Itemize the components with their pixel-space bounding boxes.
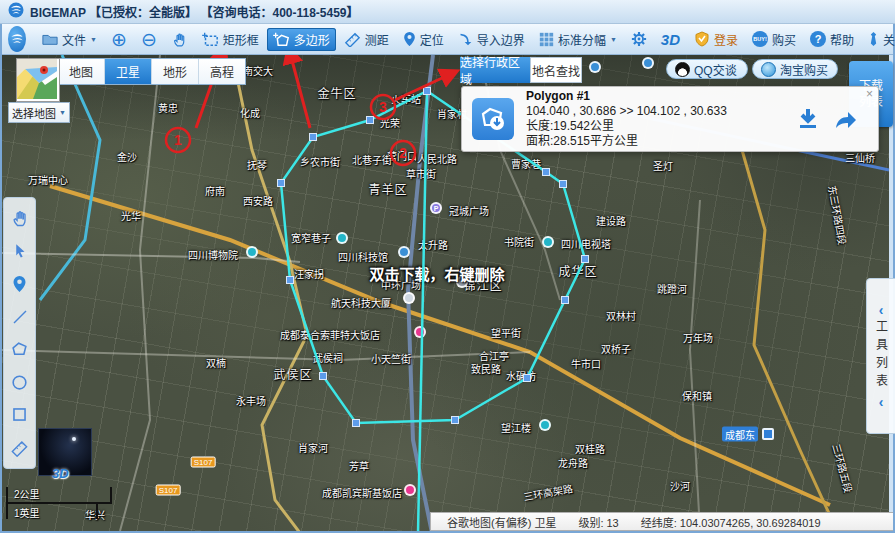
zoom-out-icon: ⊖: [141, 28, 157, 51]
status-map-source: 谷歌地图(有偏移) 卫星: [447, 514, 556, 530]
polygon-info-popup: Polygon #1 104.040 , 30.686 >> 104.102 ,…: [461, 86, 879, 152]
ruler-icon: [344, 32, 361, 47]
marker-tool[interactable]: [7, 271, 33, 297]
polygon-coords: 104.040 , 30.686 >> 104.102 , 30.633: [526, 104, 784, 119]
rectangle-select-icon: [202, 32, 219, 47]
taobao-buy-button[interactable]: 淘宝购买: [752, 59, 838, 79]
hand-icon: [171, 31, 188, 48]
tab-terrain[interactable]: 地形: [152, 59, 199, 84]
google-maps-thumbnail[interactable]: [16, 58, 60, 102]
settings-button[interactable]: [625, 28, 653, 50]
login-button[interactable]: 登录: [688, 28, 744, 51]
globe-highlight-dot: [72, 437, 76, 441]
pan-tool-button[interactable]: [165, 28, 194, 51]
download-icon[interactable]: [796, 108, 820, 130]
polygon-area: 面积:28.515平方公里: [526, 134, 784, 149]
rect-select-button[interactable]: 矩形框: [196, 28, 265, 51]
location-pin-icon: [403, 31, 416, 47]
zoom-in-button[interactable]: ⊕: [105, 25, 133, 54]
tab-elevation[interactable]: 高程: [199, 59, 245, 84]
window-title: BIGEMAP 【已授权：全能版】 【咨询电话：400-118-5459】: [30, 3, 359, 20]
import-arrow-icon: [458, 32, 473, 47]
qq-penguin-icon: [675, 62, 690, 77]
chevron-left-icon: ‹: [879, 396, 884, 408]
help-icon: ?: [810, 31, 826, 47]
taobao-icon: [761, 62, 776, 77]
mini-3d-label[interactable]: 3D: [52, 466, 69, 481]
polygon-select-icon: [273, 32, 290, 47]
select-map-button[interactable]: 选择地图▼: [8, 102, 70, 123]
place-search-tab[interactable]: 地名查找: [530, 57, 582, 83]
polygon-icon: [10, 340, 29, 359]
select-admin-region-tab[interactable]: 选择行政区域: [460, 57, 530, 83]
polygon-info-text: Polygon #1 104.040 , 30.686 >> 104.102 ,…: [526, 89, 784, 149]
rectangle-icon: [10, 405, 29, 424]
cursor-icon: [11, 242, 29, 260]
tab-satellite[interactable]: 卫星: [105, 59, 152, 84]
tab-map[interactable]: 地图: [58, 59, 105, 84]
select-tool[interactable]: [7, 238, 33, 264]
line-tool[interactable]: [7, 304, 33, 330]
gear-icon: [631, 31, 647, 47]
scale-mile-label: 1英里: [14, 505, 40, 520]
threed-button[interactable]: 3D: [655, 28, 686, 51]
scale-km-label: 2公里: [14, 486, 40, 501]
polygon-select-button[interactable]: 多边形: [267, 28, 336, 51]
main-toolbar: 文件▼ ⊕ ⊖ 矩形框 多边形 测距 定位 导入边界 标准分幅▼: [2, 24, 893, 55]
hand-icon: [10, 208, 30, 228]
circle-icon: [10, 373, 29, 392]
drawing-tool-strip: [3, 197, 36, 469]
zoom-in-icon: ⊕: [111, 28, 127, 51]
map-type-tabs: 地图 卫星 地形 高程: [57, 58, 246, 85]
caret-down-icon: ▼: [90, 36, 97, 43]
buy-icon: BUY!: [752, 31, 768, 47]
caret-down-icon: ▼: [610, 36, 617, 43]
app-window: BIGEMAP 【已授权：全能版】 【咨询电话：400-118-5459】 文件…: [0, 0, 895, 533]
about-button[interactable]: 关于: [862, 28, 895, 51]
status-zoom-level: 级别: 13: [578, 514, 618, 530]
circle-tool[interactable]: [7, 369, 33, 395]
status-bar: 谷歌地图(有偏移) 卫星 级别: 13 经纬度: 104.03074265, 3…: [430, 512, 893, 531]
login-shield-icon: [694, 31, 710, 47]
map-hint-text: 双击下载，右键删除: [369, 263, 504, 284]
caret-down-icon: ▼: [59, 109, 66, 116]
tools-panel-label: 工具列表: [873, 320, 890, 392]
grid-icon: [539, 32, 554, 47]
file-menu-button[interactable]: 文件▼: [36, 28, 103, 51]
tie-icon: [868, 31, 879, 47]
qq-chat-button[interactable]: QQ交谈: [666, 59, 748, 79]
help-button[interactable]: ? 帮助: [804, 28, 860, 51]
import-boundary-button[interactable]: 导入边界: [452, 28, 531, 51]
locate-button[interactable]: 定位: [397, 28, 450, 51]
polygon-download-icon: [472, 98, 514, 140]
app-logo-icon: [8, 2, 24, 22]
buy-button[interactable]: BUY! 购买: [746, 28, 802, 51]
chevron-left-icon: ‹: [879, 304, 884, 316]
ruler-icon: [10, 438, 29, 457]
measure-button[interactable]: 测距: [338, 28, 395, 51]
zoom-out-button[interactable]: ⊖: [135, 25, 163, 54]
location-pin-icon: [12, 275, 27, 293]
title-bar: BIGEMAP 【已授权：全能版】 【咨询电话：400-118-5459】: [0, 0, 895, 24]
measure-tool[interactable]: [7, 435, 33, 461]
pan-tool[interactable]: [7, 205, 33, 231]
standard-sheet-button[interactable]: 标准分幅▼: [533, 28, 623, 51]
folder-icon: [42, 32, 58, 46]
home-logo-button[interactable]: [8, 26, 26, 52]
status-coordinates: 经纬度: 104.03074265, 30.69284019: [641, 514, 821, 530]
map-scale-bar: 2公里 1英里: [6, 484, 116, 520]
line-icon: [11, 308, 29, 326]
popup-close-icon[interactable]: ×: [866, 88, 873, 100]
share-icon[interactable]: [834, 109, 858, 129]
polygon-title: Polygon #1: [526, 89, 784, 104]
rectangle-tool[interactable]: [7, 402, 33, 428]
tools-panel-tab[interactable]: ‹ 工具列表 ‹: [866, 278, 895, 434]
polygon-tool[interactable]: [7, 336, 33, 362]
polygon-length: 长度:19.542公里: [526, 119, 784, 134]
